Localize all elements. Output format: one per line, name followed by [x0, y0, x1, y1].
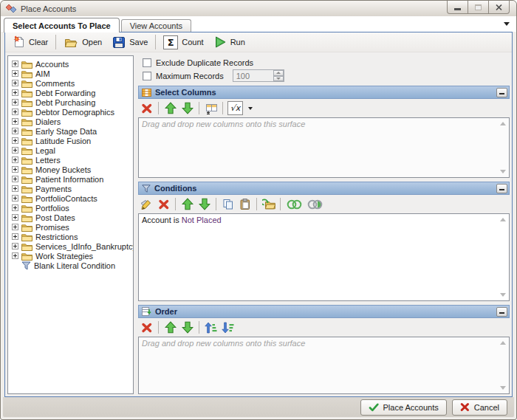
tree-item[interactable]: PortfolioContacts	[10, 193, 133, 203]
tree-item[interactable]: Letters	[10, 155, 133, 165]
tree-item[interactable]: Accounts	[10, 59, 133, 69]
expand-icon[interactable]	[12, 233, 18, 240]
select-columns-surface[interactable]: Drag and drop new columns onto this surf…	[138, 117, 510, 178]
tree-item-label: Patient Information	[35, 175, 103, 184]
edit-condition-button[interactable]	[140, 197, 154, 211]
expand-icon[interactable]	[12, 147, 18, 154]
copy-condition-button[interactable]	[221, 197, 235, 211]
expand-icon[interactable]	[12, 224, 18, 230]
tree-item[interactable]: Promises	[10, 222, 133, 232]
tree-item[interactable]: Payments	[10, 184, 133, 193]
move-order-up-button[interactable]	[163, 320, 177, 334]
toolbar-separator	[256, 198, 257, 210]
delete-condition-button[interactable]	[157, 197, 171, 211]
move-condition-up-button[interactable]	[180, 197, 194, 211]
tab-view-accounts[interactable]: View Accounts	[121, 19, 191, 32]
tree-item[interactable]: Post Dates	[10, 213, 133, 222]
sort-ascending-button[interactable]	[204, 320, 218, 334]
maximum-records-checkbox[interactable]	[143, 72, 151, 80]
tree-item[interactable]: Latitude Fusion	[10, 136, 133, 145]
max-records-input[interactable]: 100	[233, 69, 284, 82]
tab-label: Select Accounts To Place	[13, 21, 111, 30]
expand-icon[interactable]	[12, 166, 18, 173]
folder-icon	[21, 137, 32, 145]
expand-icon[interactable]	[12, 214, 18, 221]
scroll-up-icon[interactable]	[500, 218, 506, 221]
tree-item[interactable]: Debt Forwarding	[10, 88, 133, 97]
expand-icon[interactable]	[12, 118, 18, 125]
tree-item[interactable]: Debtor Demographics	[10, 107, 133, 117]
clear-button[interactable]: Clear	[7, 33, 53, 51]
group-conditions-button[interactable]	[261, 197, 275, 211]
maximize-button[interactable]	[468, 1, 489, 14]
tree-item-condition[interactable]: Blank Literal Condition	[10, 261, 133, 270]
expand-icon[interactable]	[12, 252, 18, 259]
and-conditions-button[interactable]	[285, 197, 303, 211]
tree-item[interactable]: Restrictions	[10, 232, 133, 241]
expand-icon[interactable]	[12, 109, 18, 115]
expand-icon[interactable]	[12, 176, 18, 182]
collapse-panel-button[interactable]	[496, 184, 507, 193]
conditions-surface[interactable]: Account is Not Placed	[138, 213, 510, 301]
sort-descending-button[interactable]	[221, 320, 235, 334]
expand-icon[interactable]	[12, 185, 18, 192]
tree-item[interactable]: Early Stage Data	[10, 126, 133, 136]
save-button[interactable]: Save	[107, 34, 153, 51]
tab-select-accounts-to-place[interactable]: Select Accounts To Place	[4, 18, 120, 32]
place-accounts-button[interactable]: Place Accounts	[360, 399, 447, 416]
aggregate-function-button[interactable]: √x	[227, 101, 243, 115]
move-condition-down-button[interactable]	[197, 197, 211, 211]
open-button[interactable]: Open	[58, 34, 107, 51]
tree-item[interactable]: Dialers	[10, 117, 133, 126]
expand-icon[interactable]	[12, 70, 18, 77]
scroll-down-icon[interactable]	[500, 293, 506, 297]
expand-icon[interactable]	[12, 156, 18, 163]
exclude-duplicates-checkbox[interactable]	[143, 58, 151, 67]
collapse-panel-button[interactable]	[496, 88, 507, 97]
scroll-up-icon[interactable]	[500, 341, 506, 345]
tree-item[interactable]: AIM	[10, 69, 133, 78]
tree-item[interactable]: Money Buckets	[10, 165, 133, 174]
tree-item[interactable]: Portfolios	[10, 203, 133, 213]
expand-icon[interactable]	[12, 89, 18, 96]
scroll-down-icon[interactable]	[500, 170, 506, 173]
move-order-down-button[interactable]	[180, 320, 194, 334]
scroll-up-icon[interactable]	[500, 122, 506, 125]
cancel-button[interactable]: Cancel	[452, 399, 507, 416]
collapse-panel-button[interactable]	[496, 307, 507, 317]
run-button[interactable]: Run	[209, 33, 250, 51]
conditions-header: Conditions	[138, 182, 510, 195]
tree-item[interactable]: Debt Purchasing	[10, 97, 133, 107]
close-button[interactable]	[488, 1, 510, 14]
expand-icon[interactable]	[12, 243, 18, 249]
expand-icon[interactable]	[12, 128, 18, 134]
expand-icon[interactable]	[12, 195, 18, 202]
scroll-down-icon[interactable]	[500, 386, 506, 390]
aggregate-dropdown-icon[interactable]	[248, 107, 253, 110]
move-column-up-button[interactable]	[163, 101, 177, 115]
expand-icon[interactable]	[12, 80, 18, 86]
delete-column-button[interactable]	[140, 101, 154, 115]
tab-overflow-dropdown-icon[interactable]	[504, 22, 510, 26]
tree-item[interactable]: Patient Information	[10, 174, 133, 184]
tree-item[interactable]: Work Strategies	[10, 251, 133, 261]
minimize-button[interactable]	[447, 1, 468, 14]
count-button[interactable]: Σ Count	[158, 33, 208, 52]
spin-down-button[interactable]	[273, 76, 284, 82]
tree-item[interactable]: Comments	[10, 78, 133, 88]
delete-order-button[interactable]	[140, 320, 154, 334]
spin-up-button[interactable]	[273, 70, 284, 76]
move-column-down-button[interactable]	[180, 101, 194, 115]
expand-icon[interactable]	[12, 204, 18, 211]
or-conditions-button[interactable]	[306, 197, 323, 211]
paste-condition-button[interactable]	[238, 197, 252, 211]
condition-item[interactable]: Account is Not Placed	[142, 216, 222, 224]
expand-icon[interactable]	[12, 137, 18, 144]
order-surface[interactable]: Drag and drop new columns onto this surf…	[138, 337, 510, 394]
title-bar[interactable]: Place Accounts	[1, 1, 516, 16]
rename-column-button[interactable]	[204, 101, 218, 115]
expand-icon[interactable]	[12, 99, 18, 106]
tree-item[interactable]: Legal	[10, 145, 133, 155]
expand-icon[interactable]	[12, 61, 18, 67]
tree-item[interactable]: Services_IdInfo_Bankruptcy	[10, 241, 133, 251]
